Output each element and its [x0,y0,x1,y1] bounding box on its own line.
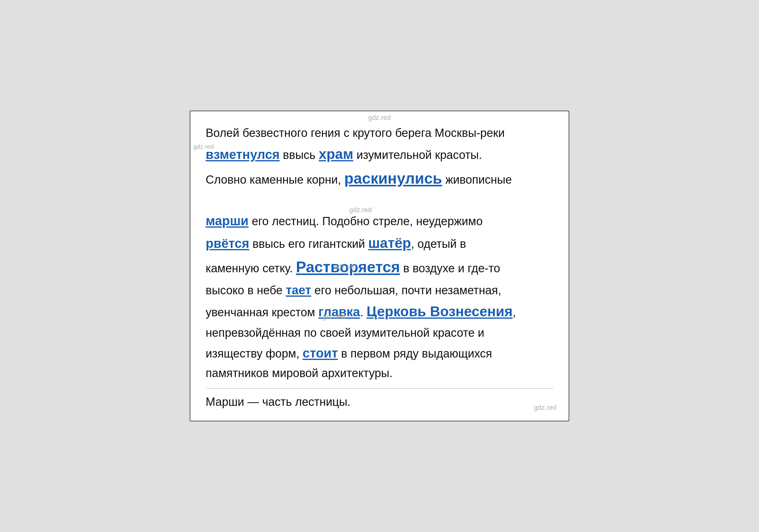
line1: Волей безвестного гения с крутого берега… [206,127,505,139]
line3-pre: Словно каменные корни, [206,173,344,186]
line2-mid: ввысь [280,148,319,161]
word-rastvorjaetsya: Растворяется [296,259,400,276]
line8-pre: увенчанная крестом [206,306,318,319]
word-stoit: стоит [302,346,338,360]
line6-pre: каменную сетку. [206,262,296,275]
line2-post: изумительной красоты. [353,148,482,161]
line4-mid: его лестниц. Подобно стреле, неудержимо [248,215,482,228]
line10-post: в первом ряду выдающихся [338,347,492,360]
word-cerkov: Церковь Вознесения [367,304,513,319]
watermark-top: gdz.red [368,114,390,122]
word-glavka: главка [318,305,360,319]
line5-post: , одетый в [411,237,466,250]
line8-post: , [513,306,516,319]
line3-post: живописные [442,173,512,186]
word-marshi: марши [206,214,248,228]
word-rvetsya: рвётся [206,236,249,251]
line7-post: его небольшая, почти незаметная, [311,284,501,297]
word-raskinulis: раскинулись [344,170,442,187]
word-taet: тает [286,283,311,297]
separator [206,389,553,389]
word-vzmetnutsya: взметнулся [206,147,280,162]
line11: памятников мировой архитектуры. [206,367,393,380]
line7-pre: высоко в небе [206,284,286,297]
word-shater: шатёр [368,235,411,251]
line6-post: в воздухе и где-то [400,262,500,275]
second-paragraph-text: Марши — часть лестницы. [206,395,350,408]
line9: непревзойдённая по своей изумительной кр… [206,326,484,339]
second-paragraph: Марши — часть лестницы. [206,395,553,409]
page-container: gdz.red gdz.red gdz.red gdz.red gdz.red … [190,111,569,421]
line5-mid: ввысь его гигантский [249,237,368,250]
line8-mid: . [360,306,366,319]
main-paragraph: Волей безвестного гения с крутого берега… [206,123,553,383]
word-hram: храм [319,146,353,162]
line10-pre: изяществу форм, [206,347,302,360]
